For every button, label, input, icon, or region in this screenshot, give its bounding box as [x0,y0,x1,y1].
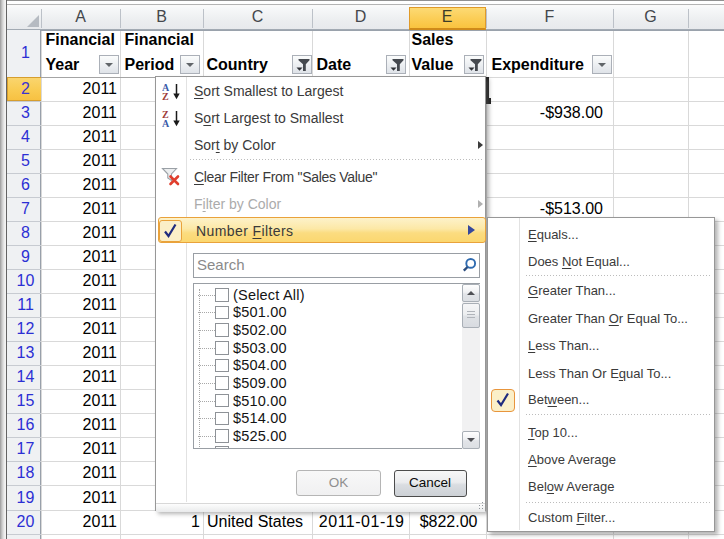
svg-text:A: A [162,118,170,128]
svg-text:Z: Z [162,91,169,101]
